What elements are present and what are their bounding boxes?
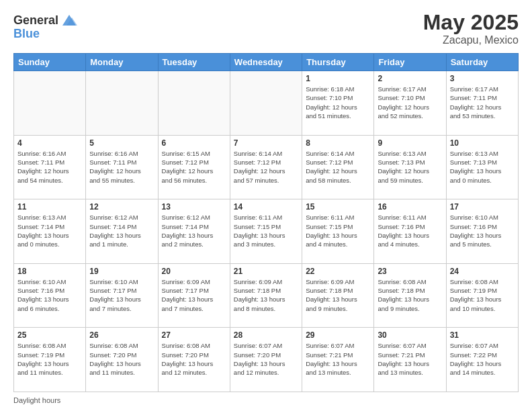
table-row: 15Sunrise: 6:11 AM Sunset: 7:15 PM Dayli… [302,199,374,264]
table-row: 19Sunrise: 6:10 AM Sunset: 7:17 PM Dayli… [86,263,158,328]
table-row: 6Sunrise: 6:15 AM Sunset: 7:12 PM Daylig… [158,135,230,199]
location: Zacapu, Mexico [423,34,519,46]
day-number: 16 [378,202,442,212]
day-number: 30 [378,330,442,340]
table-row: 5Sunrise: 6:16 AM Sunset: 7:11 PM Daylig… [86,135,158,199]
day-info: Sunrise: 6:11 AM Sunset: 7:15 PM Dayligh… [234,213,298,248]
table-row: 10Sunrise: 6:13 AM Sunset: 7:13 PM Dayli… [446,135,518,199]
month-year: May 2025 [423,11,519,34]
calendar-header-row: Sunday Monday Tuesday Wednesday Thursday… [14,54,519,71]
day-number: 12 [89,202,154,212]
day-info: Sunrise: 6:08 AM Sunset: 7:19 PM Dayligh… [17,341,82,377]
calendar-table: Sunday Monday Tuesday Wednesday Thursday… [13,53,519,392]
day-number: 4 [17,138,82,148]
col-saturday: Saturday [446,54,518,71]
table-row [158,71,230,136]
day-info: Sunrise: 6:12 AM Sunset: 7:14 PM Dayligh… [162,213,226,248]
day-info: Sunrise: 6:10 AM Sunset: 7:16 PM Dayligh… [450,213,515,248]
table-row: 31Sunrise: 6:07 AM Sunset: 7:22 PM Dayli… [446,328,518,392]
day-number: 24 [450,267,515,276]
table-row: 1Sunrise: 6:18 AM Sunset: 7:10 PM Daylig… [302,71,374,136]
day-number: 19 [89,267,154,276]
day-info: Sunrise: 6:16 AM Sunset: 7:11 PM Dayligh… [89,149,154,185]
day-info: Sunrise: 6:09 AM Sunset: 7:18 PM Dayligh… [306,277,370,313]
day-info: Sunrise: 6:14 AM Sunset: 7:12 PM Dayligh… [306,149,370,185]
day-info: Sunrise: 6:08 AM Sunset: 7:20 PM Dayligh… [89,341,154,377]
day-number: 7 [234,138,298,148]
table-row: 17Sunrise: 6:10 AM Sunset: 7:16 PM Dayli… [446,199,518,264]
calendar-week-row: 18Sunrise: 6:10 AM Sunset: 7:16 PM Dayli… [14,263,519,328]
header: General Blue May 2025 Zacapu, Mexico [13,11,519,46]
table-row: 20Sunrise: 6:09 AM Sunset: 7:17 PM Dayli… [158,263,230,328]
table-row: 3Sunrise: 6:17 AM Sunset: 7:11 PM Daylig… [446,71,518,136]
daylight-hours-label: Daylight hours [13,396,60,404]
table-row: 30Sunrise: 6:07 AM Sunset: 7:21 PM Dayli… [374,328,446,392]
day-info: Sunrise: 6:17 AM Sunset: 7:11 PM Dayligh… [450,85,515,120]
day-number: 2 [378,74,442,83]
table-row: 13Sunrise: 6:12 AM Sunset: 7:14 PM Dayli… [158,199,230,264]
col-tuesday: Tuesday [158,54,230,71]
logo: General Blue [13,11,79,41]
col-sunday: Sunday [14,54,86,71]
title-block: May 2025 Zacapu, Mexico [423,11,519,46]
day-number: 26 [89,330,154,340]
day-info: Sunrise: 6:08 AM Sunset: 7:20 PM Dayligh… [162,341,226,377]
calendar-week-row: 1Sunrise: 6:18 AM Sunset: 7:10 PM Daylig… [14,71,519,136]
day-number: 29 [306,330,370,340]
table-row: 2Sunrise: 6:17 AM Sunset: 7:10 PM Daylig… [374,71,446,136]
footer-note: Daylight hours [13,396,519,404]
table-row: 14Sunrise: 6:11 AM Sunset: 7:15 PM Dayli… [230,199,302,264]
day-number: 28 [234,330,298,340]
day-info: Sunrise: 6:11 AM Sunset: 7:16 PM Dayligh… [378,213,442,248]
table-row: 4Sunrise: 6:16 AM Sunset: 7:11 PM Daylig… [14,135,86,199]
day-info: Sunrise: 6:09 AM Sunset: 7:18 PM Dayligh… [234,277,298,313]
day-info: Sunrise: 6:11 AM Sunset: 7:15 PM Dayligh… [306,213,370,248]
day-number: 18 [17,267,82,276]
day-number: 31 [450,330,515,340]
day-number: 20 [162,267,226,276]
day-number: 10 [450,138,515,148]
table-row: 7Sunrise: 6:14 AM Sunset: 7:12 PM Daylig… [230,135,302,199]
day-number: 8 [306,138,370,148]
day-info: Sunrise: 6:08 AM Sunset: 7:18 PM Dayligh… [378,277,442,313]
day-info: Sunrise: 6:10 AM Sunset: 7:17 PM Dayligh… [89,277,154,313]
day-number: 17 [450,202,515,212]
logo-general: General [13,13,58,28]
day-info: Sunrise: 6:07 AM Sunset: 7:22 PM Dayligh… [450,341,515,377]
col-monday: Monday [86,54,158,71]
day-number: 11 [17,202,82,212]
table-row [86,71,158,136]
table-row [14,71,86,136]
table-row: 18Sunrise: 6:10 AM Sunset: 7:16 PM Dayli… [14,263,86,328]
day-number: 27 [162,330,226,340]
day-info: Sunrise: 6:07 AM Sunset: 7:20 PM Dayligh… [234,341,298,377]
page: General Blue May 2025 Zacapu, Mexico Sun… [0,0,532,411]
day-info: Sunrise: 6:16 AM Sunset: 7:11 PM Dayligh… [17,149,82,185]
table-row: 22Sunrise: 6:09 AM Sunset: 7:18 PM Dayli… [302,263,374,328]
day-number: 15 [306,202,370,212]
table-row: 28Sunrise: 6:07 AM Sunset: 7:20 PM Dayli… [230,328,302,392]
table-row: 21Sunrise: 6:09 AM Sunset: 7:18 PM Dayli… [230,263,302,328]
table-row: 27Sunrise: 6:08 AM Sunset: 7:20 PM Dayli… [158,328,230,392]
table-row [230,71,302,136]
col-wednesday: Wednesday [230,54,302,71]
day-number: 1 [306,74,370,83]
table-row: 26Sunrise: 6:08 AM Sunset: 7:20 PM Dayli… [86,328,158,392]
day-info: Sunrise: 6:17 AM Sunset: 7:10 PM Dayligh… [378,85,442,120]
day-info: Sunrise: 6:18 AM Sunset: 7:10 PM Dayligh… [306,85,370,120]
day-info: Sunrise: 6:13 AM Sunset: 7:13 PM Dayligh… [378,149,442,185]
day-info: Sunrise: 6:13 AM Sunset: 7:14 PM Dayligh… [17,213,82,248]
table-row: 8Sunrise: 6:14 AM Sunset: 7:12 PM Daylig… [302,135,374,199]
day-number: 25 [17,330,82,340]
day-number: 23 [378,267,442,276]
day-info: Sunrise: 6:10 AM Sunset: 7:16 PM Dayligh… [17,277,82,313]
table-row: 25Sunrise: 6:08 AM Sunset: 7:19 PM Dayli… [14,328,86,392]
calendar-week-row: 11Sunrise: 6:13 AM Sunset: 7:14 PM Dayli… [14,199,519,264]
day-number: 3 [450,74,515,83]
day-number: 13 [162,202,226,212]
day-number: 5 [89,138,154,148]
col-friday: Friday [374,54,446,71]
table-row: 23Sunrise: 6:08 AM Sunset: 7:18 PM Dayli… [374,263,446,328]
day-number: 21 [234,267,298,276]
logo-blue: Blue [13,27,40,41]
